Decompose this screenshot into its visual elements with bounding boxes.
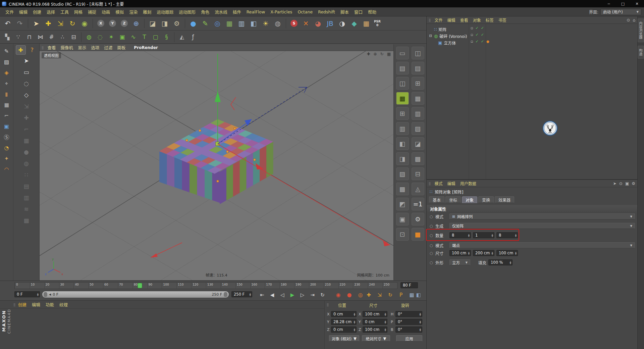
- timeline-tick[interactable]: 220: [338, 283, 353, 289]
- stepper[interactable]: ▲▼: [491, 251, 493, 255]
- voronoi-fracture-icon[interactable]: ▦: [396, 92, 409, 105]
- timeline-tick[interactable]: 120: [191, 283, 206, 289]
- menu-item[interactable]: 工具: [58, 9, 71, 15]
- timeline-tick[interactable]: 230: [353, 283, 368, 289]
- disabled-tool-icon[interactable]: ⌐: [21, 124, 32, 134]
- drag-handle-icon[interactable]: ⣿: [13, 303, 15, 306]
- layer-toggle-icon[interactable]: ▫: [471, 33, 473, 37]
- palette-icon[interactable]: ▥: [412, 107, 424, 120]
- step-effector-icon[interactable]: =1: [412, 198, 424, 210]
- rotate-tool-icon[interactable]: ↻: [67, 18, 78, 29]
- stepper[interactable]: ▲▼: [491, 234, 493, 237]
- enabled-check-icon[interactable]: ✓: [481, 33, 484, 37]
- palette-icon[interactable]: ▩: [412, 152, 424, 165]
- loop-button[interactable]: ↻: [318, 291, 327, 299]
- minimize-button[interactable]: ─: [602, 0, 616, 7]
- home-icon[interactable]: ⌂: [633, 18, 635, 22]
- psr-reset-button[interactable]: PSR 0: [374, 20, 381, 27]
- deformer-icon[interactable]: ◍: [272, 18, 283, 29]
- size-y-field[interactable]: 0 cm ▲▼: [363, 319, 387, 325]
- disabled-tool-icon[interactable]: ⇲: [21, 102, 32, 111]
- palette-icon[interactable]: ▨: [412, 122, 424, 135]
- palette-icon[interactable]: ◫: [396, 77, 409, 90]
- weld-points-icon[interactable]: ∴: [57, 32, 68, 42]
- enabled-check-icon[interactable]: ✓: [481, 26, 484, 30]
- playhead[interactable]: [138, 283, 142, 288]
- timeline-tick[interactable]: 160: [250, 283, 265, 289]
- palette-icon[interactable]: ▤: [412, 62, 424, 74]
- count-x-field[interactable]: 8 ▲▼: [449, 232, 471, 238]
- disabled-tool-icon[interactable]: ✚: [21, 113, 32, 122]
- disabled-tool-icon[interactable]: ▦: [21, 136, 32, 145]
- keyframe-circle[interactable]: ○: [429, 214, 433, 219]
- stepper[interactable]: ▲▼: [354, 328, 355, 331]
- layer-toggle-icon[interactable]: ▫: [471, 39, 473, 44]
- interface-dropdown[interactable]: 启动 (用户) ▼: [600, 9, 641, 15]
- object-row-cube[interactable]: ▣ 立方体: [438, 39, 456, 46]
- prev-key-button[interactable]: ◀: [268, 291, 277, 299]
- tab-object[interactable]: 对象: [462, 196, 477, 203]
- disabled-tool-icon[interactable]: ▥: [21, 193, 32, 202]
- menu-item[interactable]: Redshift: [315, 9, 338, 14]
- layer-toggle-icon[interactable]: ▫: [471, 26, 473, 30]
- start-frame-field[interactable]: 0 F ▲▼: [14, 291, 40, 297]
- zoom-view-icon[interactable]: ⊕: [374, 52, 377, 56]
- toolbar-separator[interactable]: [185, 19, 185, 28]
- timeline-tick[interactable]: 110: [176, 283, 191, 289]
- enabled-check-icon[interactable]: ✓: [475, 39, 478, 44]
- mirror-icon[interactable]: ⋈: [35, 32, 46, 42]
- help-icon[interactable]: ?: [27, 45, 37, 55]
- play-button[interactable]: ▶: [288, 291, 297, 299]
- menu-item[interactable]: 运动跟踪: [154, 9, 176, 15]
- palette-icon[interactable]: ◫: [412, 47, 424, 59]
- menu-item[interactable]: 捕捉: [85, 9, 99, 15]
- make-editable-icon[interactable]: ✎: [2, 47, 11, 55]
- octane-icon[interactable]: ◕: [312, 18, 324, 29]
- timeline-tick[interactable]: 60: [103, 283, 118, 289]
- om-menu-item[interactable]: 书签: [496, 17, 509, 23]
- timeline-tick[interactable]: 250: [382, 283, 397, 289]
- x-particles-icon[interactable]: ✕: [300, 18, 312, 29]
- commander-grid-icon[interactable]: ▦: [361, 18, 372, 29]
- disabled-tool-icon[interactable]: ∷: [21, 170, 32, 180]
- recent-tool-icon[interactable]: ◉: [79, 18, 90, 29]
- current-frame-field[interactable]: 80 F: [400, 282, 418, 288]
- layout-switch-icon[interactable]: ▚: [2, 32, 12, 42]
- record-scale-toggle[interactable]: ⇲: [375, 291, 384, 299]
- tab-basic[interactable]: 基本: [429, 196, 444, 203]
- object-label[interactable]: 破碎 (Voronoi): [439, 33, 467, 39]
- star-primitive-icon[interactable]: ✶: [106, 32, 116, 42]
- object-row-matrix[interactable]: ∷ 矩阵: [434, 26, 446, 33]
- text-spline-icon[interactable]: T: [139, 32, 150, 42]
- disabled-tool-icon[interactable]: ≋: [21, 204, 32, 214]
- stepper[interactable]: ▲▼: [468, 234, 470, 237]
- am-menu-item[interactable]: 用户数据: [458, 181, 479, 186]
- rot-h-field[interactable]: 0° ▲▼: [395, 311, 422, 317]
- render-region-icon[interactable]: ◨: [159, 18, 170, 29]
- gear-icon[interactable]: ⚙: [412, 213, 424, 226]
- redo-icon[interactable]: ↷: [14, 18, 25, 29]
- palette-icon[interactable]: ▥: [396, 122, 409, 135]
- toolbar-separator[interactable]: [144, 19, 145, 28]
- collapse-icon[interactable]: ⊟: [429, 34, 432, 38]
- viewport-solo-icon[interactable]: ▣: [2, 122, 11, 130]
- menu-item[interactable]: 渲染: [126, 9, 140, 15]
- lock-x-axis-icon[interactable]: X: [97, 20, 104, 27]
- timeline-tick[interactable]: 210: [324, 283, 338, 289]
- menu-item[interactable]: 雕刻: [140, 9, 154, 15]
- range-start-handle[interactable]: [44, 292, 47, 297]
- cursor-select-icon[interactable]: ➤: [21, 56, 32, 65]
- rot-b-field[interactable]: 0° ▲▼: [395, 327, 422, 333]
- model-mode-icon[interactable]: ▮: [2, 90, 11, 98]
- rotate-view-icon[interactable]: ↻: [380, 52, 384, 56]
- stepper[interactable]: ▲▼: [384, 312, 386, 316]
- record-keyframe-button[interactable]: ◉: [334, 291, 343, 299]
- stepper[interactable]: ▲▼: [37, 293, 39, 296]
- axis-mode-icon[interactable]: ⌖: [2, 79, 11, 87]
- count-y-field[interactable]: 1 ▲▼: [473, 232, 494, 238]
- toolbar-separator[interactable]: [93, 19, 93, 28]
- keying-settings-button[interactable]: ◧: [414, 291, 423, 299]
- material-menu-item[interactable]: 功能: [43, 301, 57, 308]
- tab-transform[interactable]: 变换: [478, 196, 494, 203]
- om-menu-item[interactable]: 标签: [483, 17, 496, 23]
